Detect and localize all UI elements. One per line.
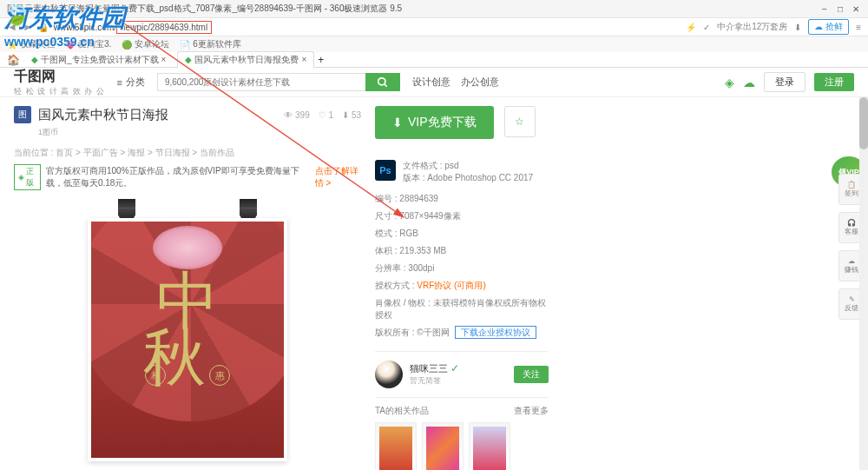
cloud-download-icon[interactable]: ☁ (743, 76, 755, 89)
login-button[interactable]: 登录 (764, 72, 806, 92)
window-controls: − □ ✕ (819, 3, 861, 14)
doc-icon: 图 (14, 106, 31, 123)
tab-item-active[interactable]: ◆ 国风元素中秋节日海报免费 × (177, 51, 314, 69)
price-text: 1图币 (38, 127, 361, 138)
site-slogan: 轻 松 设 计 高 效 办 公 (14, 86, 105, 97)
header-link[interactable]: 设计创意 (412, 76, 450, 89)
meta-id: 编号 : 28894639 (375, 193, 549, 205)
author-subtitle: 暂无简签 (410, 375, 459, 387)
bookmark-item[interactable]: ⭐ 收藏夹栏 (7, 38, 55, 50)
diamond-icon[interactable]: ◈ (725, 76, 734, 89)
url-input[interactable]: www.58pic.com/newpic/28894639.html (54, 21, 681, 34)
site-logo[interactable]: 千图网 (14, 68, 105, 86)
preview-container: 中 秋 相 惠 (14, 199, 361, 468)
bookmark-item[interactable]: 📄 6更新软件库 (180, 38, 241, 50)
thumb-item[interactable] (469, 422, 510, 470)
bookmark-item[interactable]: 💗 爱淘宝3. (65, 38, 111, 50)
like-count: ♡ 1 (319, 110, 333, 120)
menu-icon[interactable]: ≡ (856, 23, 861, 32)
download-button[interactable]: ⬇ VIP免费下载 (375, 106, 494, 139)
scrollbar-thumb[interactable] (859, 97, 868, 149)
meta-mode: 模式 : RGB (375, 228, 549, 240)
thumb-item[interactable] (422, 422, 464, 470)
meta-license: 授权方式 : VRF协议 (可商用) (375, 280, 549, 292)
scrollbar[interactable] (859, 97, 868, 470)
download-count: ⬇ 53 (342, 110, 361, 120)
file-format: 文件格式 : psd (403, 160, 533, 172)
page-title: 国风元素中秋节日海报 (38, 107, 168, 123)
right-column: ⬇ VIP免费下载 ☆ Ps 文件格式 : psd 版本 : Adobe Pho… (375, 106, 549, 461)
avatar[interactable] (375, 361, 403, 388)
svg-point-2 (378, 77, 385, 84)
nav-forward-icon[interactable]: ► (23, 21, 33, 33)
meta-size: 尺寸 : 7087×9449像素 (375, 210, 549, 222)
poster-preview[interactable]: 中 秋 相 惠 (88, 218, 287, 461)
bookmark-item[interactable]: 🟢 安卓论坛 (122, 38, 169, 50)
authz-link[interactable]: 点击了解详情 > (315, 165, 361, 189)
meta-dpi: 分辨率 : 300dpi (375, 262, 549, 275)
browser-titlebar: 国风元素中秋节日海报矢量图免费下载_psd格式_7087像素_编号2889463… (0, 0, 868, 17)
maximize-button[interactable]: □ (835, 3, 845, 14)
related-thumbs (375, 422, 549, 470)
verified-icon: ✓ (450, 362, 459, 374)
bookmark-bar: ⭐ 收藏夹栏 💗 爱淘宝3. 🟢 安卓论坛 📄 6更新软件库 (0, 36, 868, 52)
url-highlighted: newpic/28894639.html (116, 21, 212, 34)
file-version: 版本 : Adobe Photoshop CC 2017 (403, 172, 533, 184)
search-box (157, 73, 400, 91)
meta-rights: 版权所有 : ©千图网下载企业授权协议 (375, 327, 549, 339)
author-name[interactable]: 猫咪三三 (410, 363, 448, 374)
authorization-row: ◈ 正版 官方版权可商用100%正版作品，成为原创VIP即可享受免费海量下载，低… (14, 164, 361, 190)
search-button[interactable] (365, 73, 400, 91)
photoshop-icon: Ps (375, 160, 396, 181)
new-tab-button[interactable]: + (318, 54, 324, 66)
author-row: 猫咪三三 ✓ 暂无简签 关注 (375, 351, 549, 388)
related-header: TA的相关作品 (375, 405, 429, 417)
corp-license-link[interactable]: 下载企业授权协议 (455, 326, 536, 339)
thumb-item[interactable] (375, 422, 417, 470)
authz-badge: ◈ 正版 (14, 164, 41, 190)
meta-copyright: 肖像权 / 物权 : 未获得模特肖像权或所有物权授权 (375, 297, 549, 321)
tab-item[interactable]: ◆ 千图网_专注免费设计素材下载 × (23, 51, 174, 69)
tab-strip: 🏠 ◆ 千图网_专注免费设计素材下载 × ◆ 国风元素中秋节日海报免费 × + (0, 52, 868, 68)
cloud-button[interactable]: ☁ 抢鲜 (808, 19, 849, 35)
refresh-icon[interactable]: ⚡ (686, 23, 696, 32)
minimize-button[interactable]: − (819, 3, 830, 14)
search-input[interactable] (157, 73, 365, 91)
main-content: 图 国风元素中秋节日海报 👁 399 ♡ 1 ⬇ 53 1图币 当前位置 : 首… (0, 97, 868, 470)
follow-button[interactable]: 关注 (514, 366, 549, 383)
address-bar: ◄ ► 🔒 www.58pic.com/newpic/28894639.html… (0, 17, 868, 36)
favorite-button[interactable]: ☆ (504, 106, 536, 137)
home-tab-icon[interactable]: 🏠 (7, 54, 20, 66)
view-count: 👁 399 (284, 110, 309, 120)
browser-tab-title: 国风元素中秋节日海报矢量图免费下载_psd格式_7087像素_编号2889463… (7, 3, 819, 15)
svg-line-3 (385, 83, 387, 86)
close-button[interactable]: ✕ (851, 3, 861, 14)
more-link[interactable]: 查看更多 (514, 405, 549, 417)
nav-back-icon[interactable]: ◄ (7, 21, 17, 33)
left-column: 图 国风元素中秋节日海报 👁 399 ♡ 1 ⬇ 53 1图币 当前位置 : 首… (14, 106, 361, 461)
addr-promo[interactable]: 中介拿出12万套房 (717, 21, 787, 33)
lock-icon: 🔒 (38, 23, 49, 32)
category-button[interactable]: ≡ 分类 (117, 76, 145, 89)
search-icon (377, 76, 389, 89)
header-link[interactable]: 办公创意 (461, 76, 499, 89)
register-button[interactable]: 注册 (814, 73, 854, 91)
breadcrumb[interactable]: 当前位置 : 首页 > 平面广告 > 海报 > 节日海报 > 当前作品 (14, 147, 361, 159)
site-header: 千图网 轻 松 设 计 高 效 办 公 ≡ 分类 设计创意 办公创意 ◈ ☁ 登… (0, 68, 868, 97)
download-icon[interactable]: ⬇ (794, 23, 801, 32)
meta-filesize: 体积 : 219.353 MB (375, 245, 549, 257)
